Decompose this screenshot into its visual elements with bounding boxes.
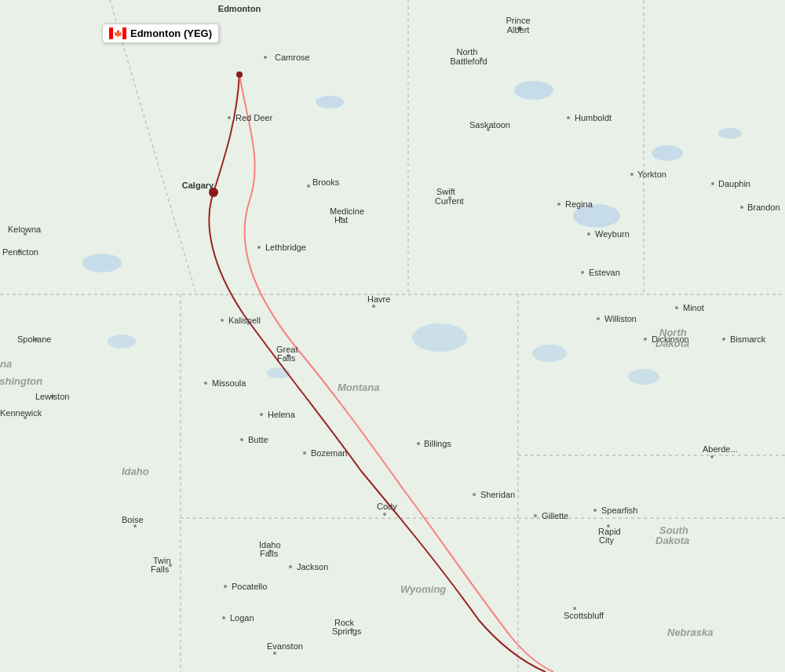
brooks-dot [307, 184, 310, 188]
minot-label: Minot [683, 303, 704, 312]
aberdeen-dot [710, 455, 714, 458]
butte-label: Butte [248, 435, 268, 444]
gillette-label: Gillette [542, 511, 568, 520]
dauphin-label: Dauphin [718, 179, 750, 188]
pocatello-dot [224, 585, 227, 588]
twin-falls-label2: Falls [151, 564, 170, 574]
sheridan-label: Sheridan [480, 490, 515, 499]
lethbridge-dot [257, 246, 261, 249]
estevan-dot [581, 271, 584, 274]
svg-text:🍁: 🍁 [114, 29, 123, 38]
svg-point-2 [514, 81, 553, 100]
aberdeen-label: Aberde... [703, 444, 738, 454]
svg-point-9 [628, 369, 659, 385]
north-battleford-label: North [457, 47, 478, 57]
calgary-label: Calgary [182, 181, 214, 190]
jackson-label: Jackson [297, 562, 328, 572]
weyburn-dot [587, 232, 590, 236]
boise-label: Boise [122, 515, 144, 524]
north-dakota-label2: Dakota [655, 338, 689, 349]
kennewick-label: Kennewick [0, 408, 42, 418]
saskatoon-label: Saskatoon [469, 120, 510, 130]
svg-point-5 [718, 128, 742, 139]
williston-label: Williston [604, 314, 637, 323]
red-deer-label: Red Deer [236, 113, 272, 122]
sheridan-dot [473, 493, 476, 496]
pocatello-label: Pocatello [232, 582, 267, 591]
dauphin-dot [711, 182, 714, 185]
estevan-label: Estevan [589, 268, 620, 277]
yorkton-label: Yorkton [637, 170, 666, 179]
havre-dot [372, 305, 375, 308]
yorkton-dot [630, 173, 633, 176]
regina-label: Regina [565, 199, 593, 209]
svg-point-6 [82, 254, 122, 272]
bozeman-dot [303, 451, 306, 455]
svg-point-4 [652, 145, 683, 161]
minot-dot [675, 306, 678, 309]
svg-point-1 [316, 96, 344, 108]
south-dakota-label2: Dakota [655, 535, 689, 546]
edmonton-info-box: 🍁 Edmonton (YEG) [102, 24, 219, 43]
wyoming-label: Wyoming [400, 583, 446, 595]
edmonton-marker [236, 71, 243, 78]
camrose-dot [264, 56, 267, 59]
kalispell-label: Kalispell [228, 316, 261, 325]
brandon-dot [740, 206, 743, 209]
rapid-city-label2: City [599, 535, 614, 545]
spearfish-dot [593, 509, 597, 512]
edmonton-label-text: Edmonton (YEG) [130, 27, 212, 39]
map-svg: Edmonton Prince Albert Camrose North Bat… [0, 0, 785, 672]
swift-current-label2: Current [435, 196, 464, 206]
map-container: Edmonton Prince Albert Camrose North Bat… [0, 0, 785, 672]
penticton-label: Penticton [2, 247, 38, 257]
williston-dot [597, 317, 600, 320]
bozeman-label: Bozeman [311, 448, 347, 458]
helena-dot [260, 413, 263, 416]
prince-albert-label2: Albert [507, 25, 530, 35]
scottsbluff-label: Scottsbluff [564, 611, 604, 620]
logan-dot [222, 616, 225, 619]
billings-label: Billings [424, 439, 451, 448]
spokane-label: Spokane [17, 334, 51, 344]
svg-rect-22 [109, 27, 113, 39]
regina-dot [557, 203, 560, 206]
rock-springs-label2: Springs [332, 626, 362, 636]
cody-label: Cody [377, 502, 397, 511]
canada-flag-icon: 🍁 [109, 27, 126, 39]
boise-dot [133, 524, 137, 528]
wa-partial-label: na [0, 358, 12, 370]
gillette-dot [534, 514, 537, 517]
medicine-hat-label2: Hat [334, 215, 348, 225]
north-dakota-label: North [659, 327, 687, 338]
brooks-label: Brooks [312, 177, 340, 187]
helena-label: Helena [268, 410, 296, 419]
bismarck-dot [722, 338, 725, 341]
havre-label: Havre [367, 294, 390, 304]
dickinson-dot [644, 338, 647, 341]
kelowna-label: Kelowna [8, 225, 42, 234]
camrose-label: Camrose [275, 53, 310, 62]
logan-label: Logan [230, 613, 254, 623]
evanston-label: Evanston [267, 641, 303, 651]
edmonton-city-text: Edmonton [218, 4, 261, 13]
idaho-label: Idaho [122, 466, 149, 477]
washington-label: Washington [0, 375, 42, 387]
missoula-label: Missoula [212, 378, 246, 388]
lewiston-label: Lewiston [35, 392, 69, 401]
bismarck-label: Bismarck [730, 334, 766, 344]
evanston-dot [273, 652, 276, 655]
weyburn-label: Weyburn [595, 229, 630, 239]
red-deer-dot [228, 116, 231, 119]
spearfish-label: Spearfish [601, 506, 637, 515]
great-falls-label2: Falls [277, 353, 296, 363]
missoula-dot [204, 382, 207, 385]
jackson-dot [289, 565, 292, 568]
cody-dot [383, 513, 386, 516]
svg-point-7 [412, 323, 467, 352]
humboldt-dot [567, 116, 570, 119]
butte-dot [240, 438, 243, 441]
nebraska-label: Nebraska [667, 626, 714, 638]
swift-current-label: Swift [436, 187, 455, 196]
prince-albert-label: Prince [506, 16, 530, 25]
